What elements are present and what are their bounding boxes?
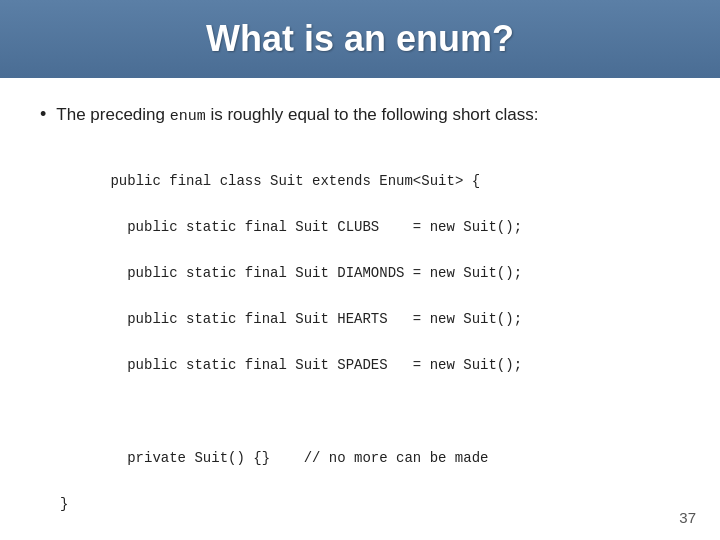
code-line-7: private Suit() {} // no more can be made [60,450,488,466]
content-area: • The preceding enum is roughly equal to… [0,78,720,540]
bullet-text-after: is roughly equal to the following short … [206,105,539,124]
code-line-2: public static final Suit CLUBS = new Sui… [60,219,522,235]
bullet-point: • The preceding enum is roughly equal to… [40,102,680,129]
code-block: public final class Suit extends Enum<Sui… [60,147,680,540]
code-line-1: public final class Suit extends Enum<Sui… [110,173,480,189]
code-line-8: } [60,496,68,512]
code-line-4: public static final Suit HEARTS = new Su… [60,311,522,327]
code-line-5: public static final Suit SPADES = new Su… [60,357,522,373]
bullet-mono-word: enum [170,108,206,125]
slide: What is an enum? • The preceding enum is… [0,0,720,540]
bullet-text-before: The preceding [56,105,169,124]
title-bar: What is an enum? [0,0,720,78]
code-line-3: public static final Suit DIAMONDS = new … [60,265,522,281]
bullet-dot: • [40,102,46,127]
slide-number: 37 [679,509,696,526]
slide-title: What is an enum? [206,18,514,59]
bullet-text: The preceding enum is roughly equal to t… [56,102,538,129]
